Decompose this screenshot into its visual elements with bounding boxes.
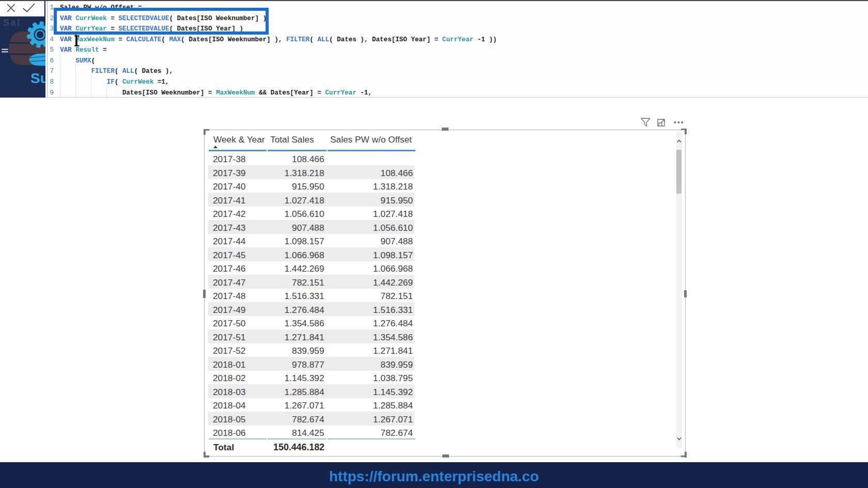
- svg-text:Su: Su: [30, 70, 45, 86]
- svg-text:Sal: Sal: [3, 18, 21, 28]
